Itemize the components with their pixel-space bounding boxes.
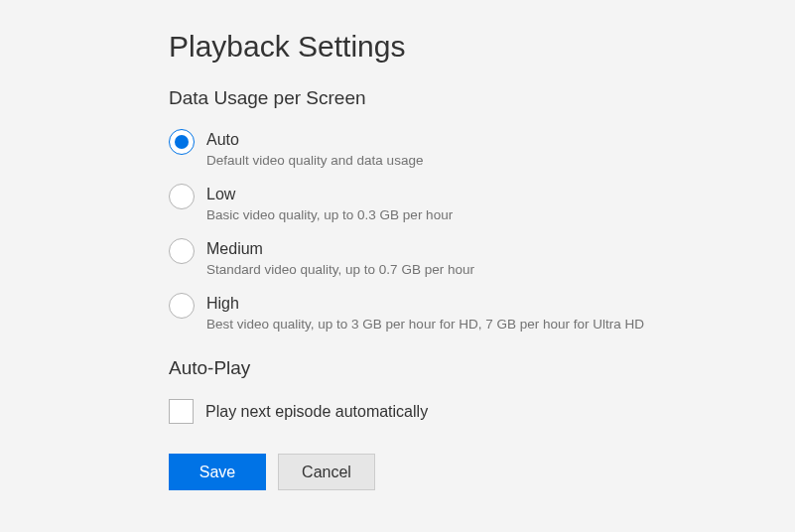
radio-option-low[interactable]: Low Basic video quality, up to 0.3 GB pe… [169,184,795,222]
radio-content: Low Basic video quality, up to 0.3 GB pe… [206,184,453,222]
save-button[interactable]: Save [169,454,266,490]
radio-label: Medium [206,240,474,258]
page-title: Playback Settings [169,30,795,64]
auto-play-checkbox-row[interactable]: Play next episode automatically [169,399,795,424]
cancel-button[interactable]: Cancel [278,454,375,490]
radio-description: Standard video quality, up to 0.7 GB per… [206,262,474,277]
auto-play-section: Auto-Play Play next episode automaticall… [169,357,795,424]
auto-play-checkbox[interactable] [169,399,194,424]
radio-button-auto[interactable] [169,129,195,155]
radio-button-medium[interactable] [169,238,195,264]
auto-play-heading: Auto-Play [169,357,795,379]
button-row: Save Cancel [169,454,795,490]
radio-content: Auto Default video quality and data usag… [206,129,423,168]
radio-label: High [206,295,644,313]
radio-button-low[interactable] [169,184,195,209]
radio-option-high[interactable]: High Best video quality, up to 3 GB per … [169,293,795,332]
data-usage-heading: Data Usage per Screen [169,87,795,109]
radio-description: Default video quality and data usage [206,153,423,168]
radio-button-high[interactable] [169,293,195,319]
radio-option-medium[interactable]: Medium Standard video quality, up to 0.7… [169,238,795,277]
radio-label: Auto [206,131,423,149]
radio-description: Basic video quality, up to 0.3 GB per ho… [206,207,453,222]
auto-play-checkbox-label: Play next episode automatically [205,403,428,421]
playback-settings-panel: Playback Settings Data Usage per Screen … [0,0,795,490]
radio-content: High Best video quality, up to 3 GB per … [206,293,644,332]
radio-description: Best video quality, up to 3 GB per hour … [206,317,644,332]
data-usage-section: Data Usage per Screen Auto Default video… [169,87,795,332]
data-usage-radio-group: Auto Default video quality and data usag… [169,129,795,332]
radio-content: Medium Standard video quality, up to 0.7… [206,238,474,277]
radio-selected-dot-icon [175,135,189,149]
radio-label: Low [206,186,453,203]
radio-option-auto[interactable]: Auto Default video quality and data usag… [169,129,795,168]
